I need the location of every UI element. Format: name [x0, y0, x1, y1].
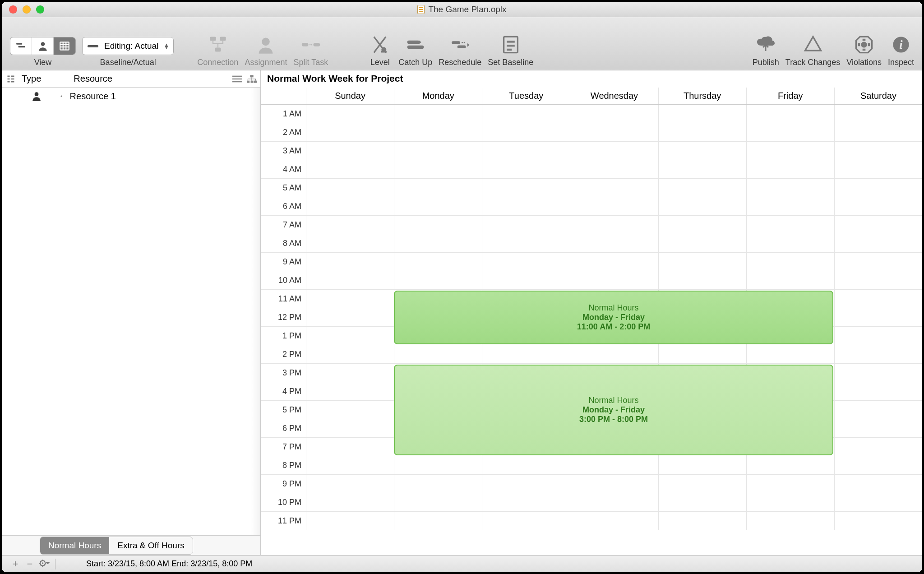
- outline-icon[interactable]: [5, 74, 16, 83]
- calendar-cell[interactable]: [482, 234, 570, 252]
- calendar-cell[interactable]: [834, 271, 922, 289]
- calendar-cell[interactable]: [746, 271, 834, 289]
- calendar-cell[interactable]: [570, 142, 658, 160]
- calendar-cell[interactable]: [658, 253, 746, 271]
- calendar-cell[interactable]: [306, 345, 394, 363]
- view-gantt-icon[interactable]: [10, 37, 32, 55]
- calendar-cell[interactable]: [834, 512, 922, 530]
- calendar-cell[interactable]: [394, 179, 482, 197]
- event-normal-hours-afternoon[interactable]: Normal Hours Monday - Friday 3:00 PM - 8…: [394, 365, 833, 455]
- calendar-cell[interactable]: [658, 160, 746, 178]
- calendar-cell[interactable]: [482, 123, 570, 141]
- calendar-cell[interactable]: [570, 456, 658, 474]
- calendar-cell[interactable]: [394, 160, 482, 178]
- calendar-cell[interactable]: [306, 382, 394, 400]
- calendar-cell[interactable]: [306, 234, 394, 252]
- calendar-cell[interactable]: [306, 105, 394, 123]
- calendar-cell[interactable]: [570, 234, 658, 252]
- hierarchy-icon[interactable]: [247, 75, 257, 83]
- calendar-cell[interactable]: [746, 253, 834, 271]
- calendar-cell[interactable]: [570, 475, 658, 493]
- calendar-cell[interactable]: [746, 179, 834, 197]
- calendar-cell[interactable]: [658, 142, 746, 160]
- calendar-cell[interactable]: [570, 345, 658, 363]
- calendar-cell[interactable]: [306, 512, 394, 530]
- calendar-cell[interactable]: [834, 160, 922, 178]
- calendar-cell[interactable]: [482, 512, 570, 530]
- publish-icon[interactable]: [753, 34, 778, 55]
- calendar-cell[interactable]: [394, 142, 482, 160]
- calendar-cell[interactable]: [746, 345, 834, 363]
- resource-row[interactable]: • Resource 1: [2, 88, 260, 105]
- calendar-cell[interactable]: [834, 419, 922, 437]
- calendar-cell[interactable]: [570, 179, 658, 197]
- calendar-cell[interactable]: [834, 123, 922, 141]
- calendar-cell[interactable]: [394, 123, 482, 141]
- calendar-cell[interactable]: [834, 234, 922, 252]
- calendar-cell[interactable]: [834, 308, 922, 326]
- calendar-cell[interactable]: [834, 364, 922, 382]
- calendar-cell[interactable]: [482, 160, 570, 178]
- calendar-cell[interactable]: [834, 327, 922, 345]
- baseline-actual-dropdown[interactable]: Editing: Actual ▲▼: [82, 37, 174, 55]
- calendar-cell[interactable]: [306, 179, 394, 197]
- tab-extra-off-hours[interactable]: Extra & Off Hours: [109, 537, 193, 554]
- calendar-cell[interactable]: [834, 438, 922, 456]
- calendar-cell[interactable]: [482, 179, 570, 197]
- calendar-cell[interactable]: [306, 197, 394, 215]
- calendar-cell[interactable]: [306, 327, 394, 345]
- calendar-cell[interactable]: [482, 271, 570, 289]
- view-segmented[interactable]: [10, 37, 76, 55]
- calendar-cell[interactable]: [834, 253, 922, 271]
- calendar-cell[interactable]: [482, 493, 570, 511]
- calendar-cell[interactable]: [834, 105, 922, 123]
- calendar-cell[interactable]: [746, 105, 834, 123]
- column-type-header[interactable]: Type: [22, 74, 41, 84]
- calendar-cell[interactable]: [394, 493, 482, 511]
- calendar-cell[interactable]: [482, 475, 570, 493]
- calendar-cell[interactable]: [658, 475, 746, 493]
- calendar-cell[interactable]: [570, 105, 658, 123]
- violations-icon[interactable]: [852, 34, 876, 55]
- calendar-cell[interactable]: [482, 142, 570, 160]
- calendar-cell[interactable]: [658, 271, 746, 289]
- calendar-cell[interactable]: [746, 160, 834, 178]
- calendar-cell[interactable]: [834, 401, 922, 419]
- catch-up-icon[interactable]: [403, 34, 428, 55]
- calendar-grid[interactable]: 1 AM2 AM3 AM4 AM5 AM6 AM7 AM8 AM9 AM10 A…: [261, 105, 922, 555]
- calendar-cell[interactable]: [570, 216, 658, 234]
- calendar-cell[interactable]: [306, 142, 394, 160]
- calendar-cell[interactable]: [834, 456, 922, 474]
- view-calendar-icon[interactable]: [54, 37, 75, 55]
- calendar-cell[interactable]: [306, 216, 394, 234]
- calendar-cell[interactable]: [394, 253, 482, 271]
- gear-menu-button[interactable]: [37, 558, 51, 570]
- calendar-cell[interactable]: [746, 512, 834, 530]
- calendar-cell[interactable]: [746, 197, 834, 215]
- calendar-cell[interactable]: [306, 271, 394, 289]
- reschedule-icon[interactable]: [448, 34, 472, 55]
- split-task-icon[interactable]: [299, 34, 323, 55]
- calendar-cell[interactable]: [834, 382, 922, 400]
- calendar-cell[interactable]: [834, 179, 922, 197]
- calendar-cell[interactable]: [306, 493, 394, 511]
- calendar-cell[interactable]: [394, 216, 482, 234]
- calendar-cell[interactable]: [306, 401, 394, 419]
- view-resource-icon[interactable]: [32, 37, 54, 55]
- calendar-cell[interactable]: [306, 160, 394, 178]
- calendar-cell[interactable]: [658, 493, 746, 511]
- calendar-cell[interactable]: [658, 456, 746, 474]
- calendar-cell[interactable]: [658, 234, 746, 252]
- event-normal-hours-morning[interactable]: Normal Hours Monday - Friday 11:00 AM - …: [394, 291, 833, 344]
- tab-normal-hours[interactable]: Normal Hours: [40, 537, 109, 554]
- assignment-icon[interactable]: [254, 34, 278, 55]
- column-resource-header[interactable]: Resource: [74, 74, 112, 84]
- calendar-cell[interactable]: [394, 512, 482, 530]
- calendar-cell[interactable]: [834, 493, 922, 511]
- calendar-cell[interactable]: [658, 123, 746, 141]
- inspect-icon[interactable]: i: [889, 34, 913, 55]
- calendar-cell[interactable]: [394, 475, 482, 493]
- calendar-cell[interactable]: [482, 456, 570, 474]
- calendar-cell[interactable]: [482, 345, 570, 363]
- calendar-cell[interactable]: [658, 345, 746, 363]
